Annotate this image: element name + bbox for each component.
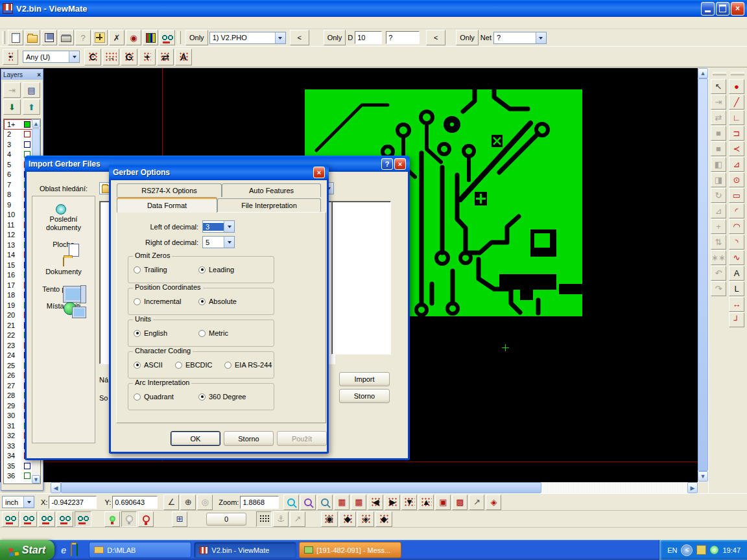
menu-item[interactable]	[51, 21, 62, 24]
place-network[interactable]: Místa v síti	[32, 302, 95, 310]
text-tool[interactable]: A	[729, 266, 744, 281]
menu-item[interactable]	[62, 21, 74, 24]
radio-ascii[interactable]: ASCII	[134, 361, 163, 369]
chevron-down-icon[interactable]	[69, 51, 79, 62]
scroll-right-icon[interactable]: ▶	[687, 482, 698, 493]
aperture-c-button[interactable]: C	[84, 49, 101, 65]
target-icon[interactable]: ⊕	[180, 495, 196, 510]
draw-polyline-tool[interactable]: ∟	[729, 110, 744, 125]
menu-item[interactable]	[74, 21, 86, 24]
left-of-decimal-combo[interactable]: 3	[202, 220, 235, 233]
swap-order-tool[interactable]: ⇄	[711, 110, 726, 125]
grid-dots-icon[interactable]	[256, 511, 272, 527]
apply-button[interactable]: Použít	[277, 431, 327, 446]
nudge-tool[interactable]: ⇅	[711, 235, 726, 250]
chevron-down-icon[interactable]	[275, 32, 285, 43]
send-behind-tool[interactable]: ⇥	[711, 95, 726, 110]
gerber-dialog-titlebar[interactable]: Gerber Options ×	[109, 164, 329, 180]
zoom-value[interactable]: 1.8868	[240, 496, 279, 509]
settings-tool[interactable]: ∗∗	[711, 250, 726, 265]
close-button[interactable]: ×	[313, 167, 325, 178]
grid-window-icon[interactable]: ▦	[334, 495, 350, 510]
zoom-grid-icon[interactable]	[300, 495, 316, 510]
task-messenger[interactable]: [191-482-091] - Mess...	[299, 542, 401, 558]
place-recent-documents[interactable]: Poslední dokumenty	[32, 205, 95, 231]
flash-scaled-icon[interactable]: ◈	[357, 511, 374, 527]
flash-corner-icon[interactable]: ◆	[375, 511, 392, 527]
scroll-down-icon[interactable]: ▼	[32, 475, 40, 484]
scroll-up-icon[interactable]: ▲	[32, 119, 40, 128]
right-of-decimal-combo[interactable]: 5	[202, 236, 235, 248]
toolbar-grip[interactable]	[731, 72, 744, 75]
cancel-button[interactable]: Storno	[224, 431, 274, 446]
film-colors-icon[interactable]	[143, 30, 158, 45]
prev-dcode-button[interactable]: <	[426, 30, 445, 45]
only-net-button[interactable]: Only	[456, 30, 479, 45]
radio-english[interactable]: English	[134, 329, 167, 337]
tab-rs274x-options[interactable]: RS274-X Options	[117, 183, 222, 197]
flash-solid-icon[interactable]: ◉	[321, 511, 338, 527]
place-documents[interactable]: Dokumenty	[32, 258, 95, 276]
anchor-icon[interactable]: ⚓	[273, 511, 289, 527]
tab-auto-features[interactable]: Auto Features	[222, 183, 321, 197]
toolbar-grip[interactable]	[2, 31, 5, 44]
pan-down-icon[interactable]: ▼	[401, 495, 417, 510]
zoom-area-icon[interactable]: ↗	[469, 495, 484, 510]
title-bar[interactable]: V2.bin - ViewMate ×	[0, 0, 747, 17]
pan-right-icon[interactable]: ▶	[385, 495, 400, 510]
corner-tool[interactable]: ┘	[729, 312, 744, 327]
prev-layer-button[interactable]: <	[290, 30, 309, 45]
rotate-tool[interactable]: ↻	[711, 188, 726, 203]
dcode-circle-icon[interactable]: ◉	[126, 30, 141, 45]
radio-360-degree[interactable]: 360 Degree	[198, 393, 246, 401]
radio-metric[interactable]: Metric	[198, 329, 228, 337]
radio-ebcdic[interactable]: EBCDIC	[175, 361, 213, 369]
new-file-icon[interactable]	[8, 30, 23, 45]
menu-item[interactable]	[86, 21, 97, 24]
place-my-computer[interactable]: Tento počítač	[32, 285, 95, 294]
start-button[interactable]: Start	[0, 540, 54, 560]
mirror-y-tool[interactable]: ◨	[711, 172, 726, 187]
help-button[interactable]: ?	[381, 158, 393, 170]
scroll-up-icon[interactable]: ▲	[698, 68, 708, 78]
units-combo[interactable]: inch	[2, 496, 34, 508]
layers-panel-titlebar[interactable]: Layers ×	[1, 69, 43, 80]
scroll-left-icon[interactable]: ◀	[51, 482, 61, 493]
dcode-filter-icon[interactable]: ▪	[3, 49, 18, 65]
menu-item[interactable]	[16, 21, 27, 24]
chevron-down-icon[interactable]	[536, 32, 546, 43]
dcode-filter-input[interactable]: ?	[386, 31, 420, 44]
view-pads-icon[interactable]	[2, 511, 19, 527]
draw-ellipse-arc-tool[interactable]: ◝	[729, 235, 744, 250]
minimize-button[interactable]	[701, 2, 715, 16]
scale-tool[interactable]: ⊿	[711, 204, 726, 218]
scroll-down-icon[interactable]: ▼	[698, 471, 708, 482]
layer-combo[interactable]: 1) V2.PHO	[209, 32, 286, 44]
ok-button[interactable]: OK	[171, 431, 220, 446]
net-combo[interactable]: ?	[493, 32, 547, 44]
aperture-text-button[interactable]: A	[175, 49, 192, 65]
selector-combo[interactable]: Any (U)	[23, 51, 80, 63]
draw-chord-tool[interactable]: ◜	[729, 204, 744, 218]
tray-icq-icon[interactable]	[710, 546, 718, 554]
language-indicator[interactable]: EN	[667, 546, 677, 554]
measure-glasses-icon[interactable]	[160, 30, 175, 45]
undo-shape-tool[interactable]: ↶	[711, 266, 726, 281]
import-cancel-button[interactable]: Storno	[339, 389, 390, 403]
view-traces-icon[interactable]	[20, 511, 37, 527]
count-field[interactable]: 0	[206, 513, 246, 526]
save-file-icon[interactable]	[42, 30, 57, 45]
ie-quicklaunch-icon[interactable]: e	[61, 544, 66, 555]
aperture-g-button[interactable]: G	[121, 49, 137, 65]
draw-uturn-tool[interactable]: ⊐	[729, 126, 744, 141]
draw-arc-tool[interactable]: ◠	[729, 219, 744, 234]
mirror-x-tool[interactable]: ◧	[711, 157, 726, 172]
radio-trailing[interactable]: Trailing	[134, 266, 167, 274]
dimension-tool[interactable]: ↔	[729, 297, 744, 312]
import-button[interactable]: Import	[339, 372, 390, 386]
angle-icon[interactable]: ∠	[163, 495, 179, 510]
menu-item[interactable]	[97, 21, 109, 24]
menu-item[interactable]	[4, 21, 16, 24]
menu-item[interactable]	[39, 21, 51, 24]
grid-offset-icon[interactable]: ▩	[452, 495, 468, 510]
